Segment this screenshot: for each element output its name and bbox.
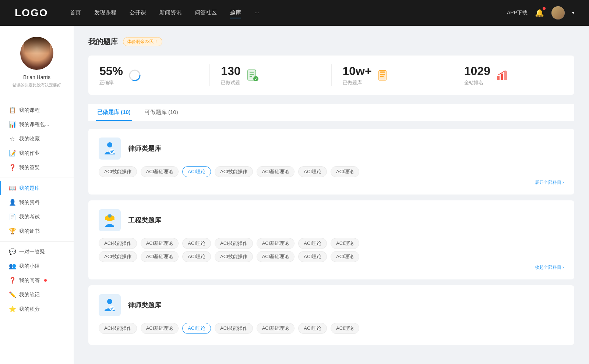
svg-rect-16 (501, 74, 503, 80)
sidebar-item-group[interactable]: 👥 我的小组 (0, 259, 74, 273)
done-questions-icon: ✓ (246, 69, 259, 82)
stat-done-questions-number: 130 (221, 64, 240, 78)
tag[interactable]: ACI基础理论 (141, 323, 179, 334)
sidebar-item-exam[interactable]: 📄 我的考试 (0, 210, 74, 224)
tag[interactable]: ACI技能操作 (99, 323, 137, 334)
tag[interactable]: ACI技能操作 (99, 166, 137, 177)
tag[interactable]: ACI理论 (182, 251, 211, 262)
sidebar-item-notes[interactable]: ✏️ 我的笔记 (0, 288, 74, 302)
page-title: 我的题库 (88, 37, 118, 47)
sidebar-divider-1 (0, 178, 74, 178)
stat-done-banks-number: 10w+ (343, 64, 372, 78)
tag[interactable]: ACI技能操作 (215, 323, 253, 334)
tag[interactable]: ACI技能操作 (215, 251, 253, 262)
accuracy-chart-icon (128, 69, 141, 82)
nav-open-course[interactable]: 公开课 (130, 8, 146, 18)
sidebar-item-one-on-one[interactable]: 💬 一对一答疑 (0, 245, 74, 259)
tag[interactable]: ACI理论 (331, 251, 359, 262)
tags-row-3: ACI技能操作 ACI基础理论 ACI理论 ACI技能操作 ACI基础理论 AC… (99, 323, 564, 334)
tag[interactable]: ACI技能操作 (215, 238, 253, 249)
navbar-right: APP下载 🔔 ▾ (507, 6, 574, 19)
tag[interactable]: ACI基础理论 (141, 238, 179, 249)
exam-icon: 📄 (9, 213, 15, 220)
tag[interactable]: ACI理论 (182, 238, 211, 249)
svg-rect-21 (105, 219, 114, 220)
topic-bank-title-2: 工程类题库 (128, 216, 161, 225)
sidebar-item-certificate[interactable]: 🏆 我的证书 (0, 224, 74, 238)
profile-icon: 👤 (9, 199, 15, 206)
sidebar-item-homework[interactable]: 📝 我的作业 (0, 146, 74, 160)
svg-rect-15 (497, 76, 500, 80)
sidebar-item-label: 我的笔记 (19, 292, 40, 298)
tag[interactable]: ACI技能操作 (99, 238, 137, 249)
sidebar-item-label: 我的问答 (19, 277, 40, 284)
tab-done[interactable]: 已做题库 (10) (96, 104, 132, 121)
tag[interactable]: ACI技能操作 (215, 166, 253, 177)
tags-row-2a: ACI技能操作 ACI基础理论 ACI理论 ACI技能操作 ACI基础理论 AC… (99, 238, 564, 249)
tag[interactable]: ACI理论 (298, 323, 327, 334)
topic-bank-header-3: 律师类题库 (99, 294, 564, 316)
page-wrapper: Brian Harris 错误的决定比没有决定要好 📋 我的课程 📊 我的课程包… (0, 26, 589, 364)
user-avatar[interactable] (551, 6, 565, 19)
stat-rank-number: 1029 (464, 64, 490, 78)
one-on-one-icon: 💬 (9, 248, 15, 255)
tag[interactable]: ACI理论 (331, 323, 359, 334)
tags-row-2b: ACI技能操作 ACI基础理论 ACI理论 ACI技能操作 ACI基础理论 AC… (99, 251, 564, 262)
navbar-logo[interactable]: LOGO (15, 7, 48, 19)
tag[interactable]: ACI理论 (331, 166, 359, 177)
main-content: 我的题库 体验剩余23天！ 55% 正确率 (74, 26, 589, 364)
tabs-row: 已做题库 (10) 可做题库 (10) (88, 104, 574, 121)
tag[interactable]: ACI基础理论 (257, 251, 295, 262)
nav-qa[interactable]: 问答社区 (195, 8, 217, 18)
tag[interactable]: ACI理论 (182, 323, 211, 334)
expand-link-1[interactable]: 展开全部科目 › (99, 179, 564, 186)
svg-point-18 (107, 142, 112, 147)
tag[interactable]: ACI基础理论 (141, 166, 179, 177)
sidebar-item-quiz[interactable]: 📖 我的题库 (0, 181, 74, 195)
sidebar-item-qa-reply[interactable]: ❓ 我的答疑 (0, 160, 74, 175)
tag[interactable]: ACI基础理论 (257, 238, 295, 249)
sidebar-item-label: 我的作业 (19, 150, 40, 157)
questions-icon: ❓ (9, 277, 15, 284)
points-icon: ⭐ (9, 306, 15, 313)
sidebar-item-course[interactable]: 📋 我的课程 (0, 103, 74, 117)
tag[interactable]: ACI理论 (298, 166, 327, 177)
tag[interactable]: ACI理论 (298, 251, 327, 262)
stat-rank: 1029 全站排名 (453, 64, 574, 86)
tab-available[interactable]: 可做题库 (10) (143, 104, 180, 121)
nav-discover[interactable]: 发现课程 (94, 8, 116, 18)
topic-bank-lawyer-1: 律师类题库 ACI技能操作 ACI基础理论 ACI理论 ACI技能操作 ACI基… (88, 129, 574, 195)
lawyer-icon-3 (99, 294, 121, 316)
sidebar-profile: Brian Harris 错误的决定比没有决定要好 (0, 37, 74, 97)
rank-icon (495, 69, 509, 82)
sidebar-item-profile[interactable]: 👤 我的资料 (0, 195, 74, 210)
topic-bank-title-1: 律师类题库 (128, 144, 161, 153)
nav-home[interactable]: 首页 (70, 8, 81, 18)
sidebar-item-label: 我的积分 (19, 306, 40, 313)
tag[interactable]: ACI基础理论 (257, 166, 295, 177)
user-dropdown-chevron[interactable]: ▾ (572, 10, 574, 15)
tag[interactable]: ACI理论 (182, 166, 211, 177)
sidebar-item-favorites[interactable]: ☆ 我的收藏 (0, 132, 74, 146)
nav-quiz[interactable]: 题库 (230, 8, 241, 18)
engineer-icon (99, 209, 121, 231)
sidebar-item-course-pack[interactable]: 📊 我的课程包... (0, 117, 74, 132)
stats-row: 55% 正确率 130 已做试题 (88, 56, 574, 95)
notification-bell[interactable]: 🔔 (535, 8, 544, 17)
page-header: 我的题库 体验剩余23天！ (88, 37, 574, 47)
nav-news[interactable]: 新闻资讯 (159, 8, 181, 18)
lawyer-icon-1 (99, 138, 121, 160)
sidebar-item-questions[interactable]: ❓ 我的问答 (0, 273, 74, 288)
sidebar-item-points[interactable]: ⭐ 我的积分 (0, 302, 74, 316)
tag[interactable]: ACI基础理论 (257, 323, 295, 334)
sidebar-item-label: 我的题库 (19, 185, 40, 192)
tag[interactable]: ACI基础理论 (141, 251, 179, 262)
tag[interactable]: ACI理论 (298, 238, 327, 249)
question-dot (44, 279, 47, 282)
nav-more[interactable]: ··· (254, 8, 259, 18)
app-download-button[interactable]: APP下载 (507, 10, 528, 16)
sidebar-motto: 错误的决定比没有决定要好 (13, 82, 61, 88)
collapse-link-2[interactable]: 收起全部科目 › (99, 264, 564, 271)
tag[interactable]: ACI技能操作 (99, 251, 137, 262)
tag[interactable]: ACI理论 (331, 238, 359, 249)
